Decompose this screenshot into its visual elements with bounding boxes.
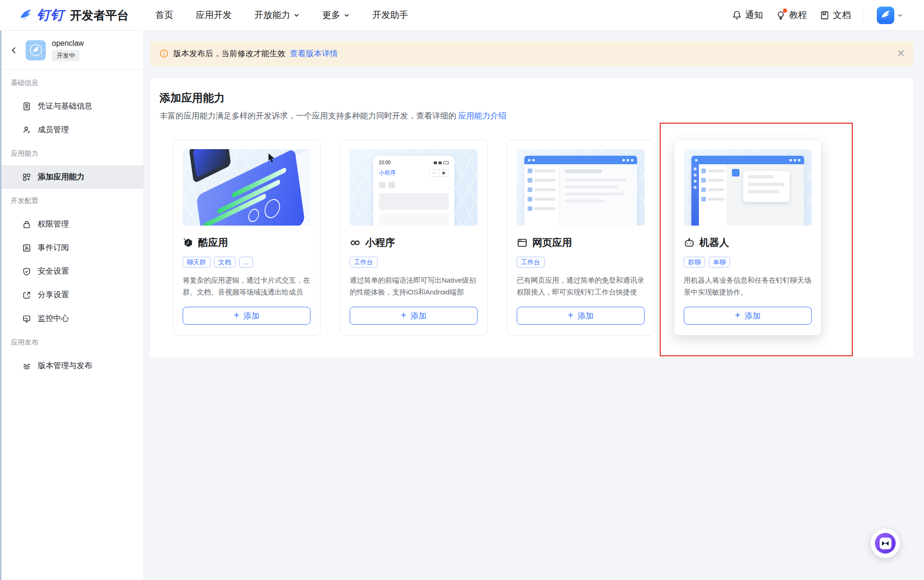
sidebar-item-monitoring[interactable]: 监控中心 (0, 307, 143, 330)
member-icon (22, 126, 31, 134)
nav-home[interactable]: 首页 (155, 9, 173, 21)
coolapp-illustration (183, 149, 311, 226)
docs-button[interactable]: 文档 (820, 9, 851, 21)
chevron-left-icon (10, 46, 18, 54)
sidebar-item-version-release[interactable]: 版本管理与发布 (0, 354, 143, 378)
document-icon (820, 10, 830, 20)
section-app-capability: 应用能力 (0, 142, 143, 165)
divider (864, 9, 864, 21)
share-icon (22, 291, 31, 300)
capability-tag: 单聊 (709, 257, 730, 268)
info-icon (160, 49, 168, 58)
card-webapp[interactable]: 网页应用 工作台 已有网页应用，通过简单的免登和通讯录权限接入，即可实现钉钉工作… (507, 139, 655, 336)
sidebar-item-permissions[interactable]: 权限管理 (0, 212, 143, 236)
view-version-link[interactable]: 查看版本详情 (290, 48, 338, 59)
add-coolapp-button[interactable]: + 添加 (183, 307, 311, 325)
sidebar-item-event-subscription[interactable]: 事件订阅 (0, 236, 143, 260)
notification-red-dot (783, 8, 787, 13)
tutorial-button[interactable]: 教程 (776, 9, 807, 21)
card-robot[interactable]: 机器人 群聊 单聊 用机器人将业务信息和任务在钉钉聊天场景中实现敏捷协作。 + … (674, 139, 822, 336)
lock-icon (22, 220, 31, 229)
assistant-ring (875, 533, 896, 554)
card-title-row: 机器人 (684, 236, 821, 249)
assistant-button[interactable] (871, 529, 900, 558)
sidebar-item-add-capability[interactable]: 添加应用能力 (0, 165, 143, 189)
brand-platform: 开发者平台 (70, 8, 129, 23)
app-header: openclaw 开发中 (0, 31, 143, 70)
sidebar-item-members[interactable]: 成员管理 (0, 118, 143, 142)
page-subtitle: 丰富的应用能力满足多样的开发诉求，一个应用支持多种能力同时开发，查看详细的应用能… (160, 110, 913, 122)
add-robot-button[interactable]: + 添加 (684, 307, 812, 325)
event-icon (22, 244, 31, 252)
plus-icon: + (735, 311, 740, 320)
sidebar: openclaw 开发中 基础信息 凭证与基础信息 成员管理 应用能力 (0, 31, 144, 580)
plus-icon: + (234, 311, 239, 320)
nav-app-dev[interactable]: 应用开发 (196, 9, 232, 21)
capability-tag: 工作台 (517, 257, 545, 268)
app-avatar (25, 40, 46, 60)
sidebar-item-credentials[interactable]: 凭证与基础信息 (0, 94, 143, 118)
page-title: 添加应用能力 (160, 91, 913, 105)
miniapp-capsule: ⋯◉ (429, 169, 449, 177)
card-title-row: 小程序 (350, 236, 487, 249)
account-menu[interactable] (877, 7, 903, 24)
card-title-row: 酷应用 (183, 236, 320, 249)
robot-icon (684, 237, 695, 248)
section-dev-config: 开发配置 (0, 189, 143, 212)
coolapp-icon (183, 237, 193, 248)
add-miniapp-button[interactable]: + 添加 (350, 307, 478, 325)
tag-row: 聊天群 文档 ... (183, 257, 320, 268)
add-capability-icon (22, 173, 31, 182)
webapp-window-illustration (517, 149, 645, 226)
bell-icon (732, 10, 742, 20)
side-menu: 基础信息 凭证与基础信息 成员管理 应用能力 (0, 70, 143, 378)
main-content: 版本发布后，当前修改才能生效 查看版本详情 × 添加应用能力 丰富的应用能力满足… (144, 31, 924, 580)
phone-app-title: 小程序 (379, 169, 396, 177)
app-status-badge: 开发中 (52, 50, 80, 61)
app-name: openclaw (52, 39, 84, 48)
tag-row: 工作台 (350, 257, 487, 268)
sidebar-item-share-settings[interactable]: 分享设置 (0, 283, 143, 307)
topbar: 钉钉 开发者平台 首页 应用开发 开放能力 更多 开发助手 通知 (0, 0, 924, 31)
banner-text: 版本发布后，当前修改才能生效 (173, 48, 286, 59)
nav-more[interactable]: 更多 (322, 9, 350, 21)
webapp-icon (517, 237, 528, 248)
dingtalk-logo[interactable]: 钉钉 开发者平台 (19, 6, 129, 24)
add-webapp-button[interactable]: + 添加 (517, 307, 645, 325)
notification-button[interactable]: 通知 (732, 9, 763, 21)
chevron-down-icon (344, 12, 350, 18)
capability-tag-more: ... (239, 257, 253, 268)
card-description: 通过简单的前端语法即可写出Native级别的性能体验，支持iOS和Android… (350, 274, 478, 298)
tag-row: 群聊 单聊 (684, 257, 821, 268)
capability-intro-link[interactable]: 应用能力介绍 (458, 111, 506, 120)
robot-window-illustration (684, 149, 812, 226)
assistant-icon (880, 538, 891, 549)
chevron-down-icon (897, 12, 903, 18)
card-description: 将复杂的应用逻辑，通过卡片式交互，在群、文档、音视频等场域浅透出给成员快... (183, 274, 311, 298)
sidebar-item-security[interactable]: 安全设置 (0, 260, 143, 283)
card-description: 用机器人将业务信息和任务在钉钉聊天场景中实现敏捷协作。 (684, 274, 812, 298)
topbar-actions: 通知 教程 文档 (732, 7, 903, 24)
dingtalk-wing-icon (19, 8, 33, 22)
card-coolapp[interactable]: 酷应用 聊天群 文档 ... 将复杂的应用逻辑，通过卡片式交互，在群、文档、音视… (173, 139, 320, 336)
card-miniapp[interactable]: 10:00 小程序 ⋯◉ (340, 139, 487, 336)
cursor-icon (268, 153, 276, 163)
phone-status-icons (434, 161, 449, 164)
capability-tag: 聊天群 (183, 257, 210, 268)
nav-open-capability[interactable]: 开放能力 (254, 9, 300, 21)
shield-icon (22, 267, 31, 276)
capability-panel: 添加应用能力 丰富的应用能力满足多样的开发诉求，一个应用支持多种能力同时开发，查… (150, 78, 913, 358)
nav-dev-assistant[interactable]: 开发助手 (372, 9, 408, 21)
back-button[interactable] (8, 44, 20, 56)
phone-time: 10:00 (379, 160, 391, 165)
capability-tag: 工作台 (350, 257, 378, 268)
top-navigation: 首页 应用开发 开放能力 更多 开发助手 (155, 9, 408, 21)
version-banner: 版本发布后，当前修改才能生效 查看版本详情 × (150, 41, 913, 66)
capability-cards: 酷应用 聊天群 文档 ... 将复杂的应用逻辑，通过卡片式交互，在群、文档、音视… (173, 139, 913, 336)
close-icon[interactable]: × (897, 47, 905, 60)
chevron-down-icon (294, 12, 300, 18)
card-description: 已有网页应用，通过简单的免登和通讯录权限接入，即可实现钉钉工作台快捷使用。 (517, 274, 645, 298)
lightbulb-icon (776, 10, 786, 20)
monitor-icon (22, 314, 31, 323)
tag-row: 工作台 (517, 257, 654, 268)
